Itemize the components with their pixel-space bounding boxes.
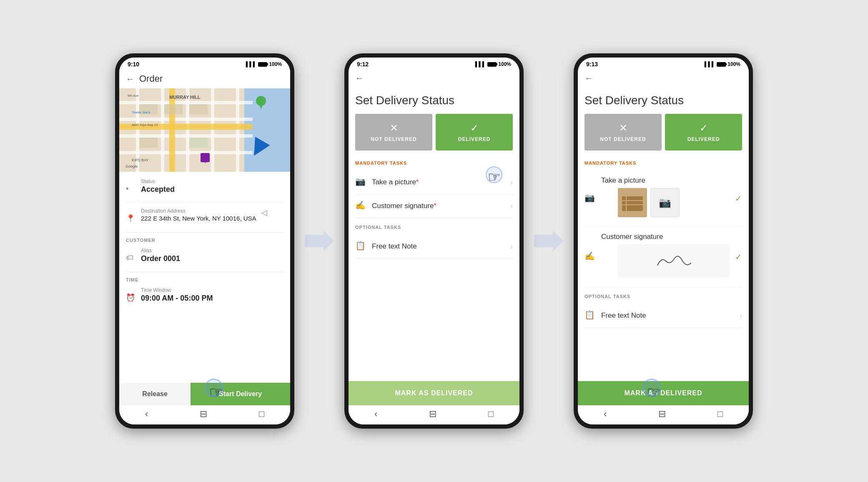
app-header-2: ← [349, 69, 519, 87]
page-title-1: Order [139, 73, 163, 84]
chevron-picture-2: › [510, 178, 513, 187]
release-button[interactable]: Release [119, 383, 191, 405]
phone-3-screen: 9:13 ▌▌▌ 100% ← Set Delivery Status [578, 58, 749, 424]
status-bar-3: 9:13 ▌▌▌ 100% [578, 58, 749, 69]
arrow-connector-2 [532, 228, 565, 254]
task-take-picture-2[interactable]: 📷 Take a picture* › ☞ [355, 171, 513, 194]
nav-bar-2: ‹ ⊟ □ [349, 405, 519, 424]
note-icon-3: 📋 [585, 310, 596, 321]
status-bar-1: 9:10 ▌▌▌ 100% [119, 58, 290, 69]
task-free-text-2[interactable]: 📋 Free text Note › [355, 235, 513, 259]
x-icon-3: ✕ [619, 122, 627, 134]
chevron-signature-2: › [510, 202, 513, 211]
photo-thumb-1 [618, 188, 647, 217]
time-section: TIME ⏰ Time Window 09:00 AM - 05:00 PM [126, 277, 283, 303]
svg-text:Trader Joe's: Trader Joe's [132, 110, 150, 114]
back-button-3[interactable]: ← [585, 73, 593, 83]
status-icons-2: ▌▌▌ 100% [475, 61, 511, 67]
task-free-text-3[interactable]: 📋 Free text Note › [585, 304, 742, 328]
svg-rect-16 [139, 138, 158, 148]
nav-bar-3: ‹ ⊟ □ [578, 405, 749, 424]
time-header: TIME [126, 277, 283, 282]
battery-pct-3: 100% [728, 61, 740, 67]
phone-1: 9:10 ▌▌▌ 100% ← Order [115, 53, 294, 429]
x-icon-2: ✕ [390, 122, 398, 134]
nav-home-1[interactable]: ⊟ [200, 409, 207, 419]
time-1: 9:10 [128, 61, 139, 68]
divider-3 [126, 272, 283, 272]
svg-marker-29 [534, 231, 563, 251]
nav-home-3[interactable]: ⊟ [658, 409, 666, 419]
app-header-3: ← [578, 69, 749, 87]
optional-header-2: OPTIONAL TASKS [355, 225, 513, 230]
svg-text:Google: Google [125, 164, 138, 168]
check-icon-3: ✓ [700, 122, 708, 134]
svg-rect-14 [164, 104, 183, 114]
mark-delivered-button-2[interactable]: MARK AS DELIVERED [349, 381, 519, 405]
customer-row: 🏷 Alias Order 0001 [126, 248, 283, 264]
back-button-1[interactable]: ← [126, 74, 134, 84]
camera-icon-3: 📷 [585, 193, 596, 204]
battery-icon-3 [717, 62, 726, 67]
nav-recents-1[interactable]: □ [259, 409, 264, 419]
svg-rect-8 [186, 88, 189, 172]
nav-back-2[interactable]: ‹ [374, 409, 377, 419]
task-signature-2[interactable]: ✍ Customer signature* › [355, 194, 513, 218]
back-button-2[interactable]: ← [355, 73, 364, 83]
required-star-2: * [434, 202, 437, 210]
status-buttons-3: ✕ NOT DELIVERED ✓ DELIVERED [585, 114, 742, 151]
check-icon-2: ✓ [470, 122, 479, 134]
nav-home-2[interactable]: ⊟ [429, 409, 437, 419]
svg-rect-15 [189, 104, 208, 114]
address-detail: Destination Address 222 E 34th St, New Y… [141, 208, 256, 222]
time-detail: Time Window 09:00 AM - 05:00 PM [141, 287, 213, 303]
map-area-1: MURRAY HILL KIPS BAY Trader Joe's AMC Ki… [119, 88, 290, 172]
nav-recents-2[interactable]: □ [488, 409, 494, 419]
customer-header: CUSTOMER [126, 238, 283, 243]
status-icons-3: ▌▌▌ 100% [705, 61, 740, 67]
svg-text:5th Ave: 5th Ave [128, 94, 139, 98]
nav-back-1[interactable]: ‹ [145, 409, 148, 419]
signature-detail-3: Customer signature [601, 233, 730, 281]
camera-icon-2: 📷 [355, 176, 367, 188]
svg-rect-17 [189, 138, 208, 148]
battery-icon-1 [258, 62, 267, 67]
signature-icon-2: ✍ [355, 200, 367, 212]
delivery-content-2: Set Delivery Status ✕ NOT DELIVERED ✓ DE… [349, 87, 519, 381]
task-take-picture-3[interactable]: 📷 Take a picture [585, 171, 742, 227]
svg-marker-28 [305, 231, 334, 251]
signal-icon-1: ▌▌▌ [246, 61, 257, 67]
not-delivered-button-3[interactable]: ✕ NOT DELIVERED [585, 114, 662, 151]
svg-text:MURRAY HILL: MURRAY HILL [169, 95, 201, 100]
time-value: 09:00 AM - 05:00 PM [141, 294, 213, 303]
svg-text:KIPS BAY: KIPS BAY [132, 158, 148, 162]
optional-header-3: OPTIONAL TASKS [585, 294, 742, 299]
phones-container: 9:10 ▌▌▌ 100% ← Order [0, 0, 868, 482]
not-delivered-button-2[interactable]: ✕ NOT DELIVERED [355, 114, 432, 151]
required-star-1: * [416, 178, 419, 186]
navigate-icon[interactable]: ◁ [261, 208, 267, 217]
status-icon: ▪ [126, 184, 136, 194]
status-buttons-2: ✕ NOT DELIVERED ✓ DELIVERED [355, 114, 513, 151]
status-label: Status [141, 178, 175, 184]
touch-ring-3 [642, 379, 661, 397]
signal-icon-2: ▌▌▌ [475, 61, 486, 67]
task-signature-3[interactable]: ✍ Customer signature ✓ [585, 227, 742, 287]
time-2: 9:12 [357, 61, 369, 68]
nav-back-3[interactable]: ‹ [604, 409, 607, 419]
svg-rect-10 [236, 88, 239, 172]
touch-cursor-1: ☞ [209, 383, 224, 402]
mandatory-header-2: MANDATORY TASKS [355, 161, 513, 166]
battery-pct-2: 100% [498, 61, 511, 67]
alias-label: Alias [141, 248, 180, 254]
nav-recents-3[interactable]: □ [717, 409, 723, 419]
alias-value: Order 0001 [141, 254, 180, 263]
photo-thumb-add-1[interactable]: 📷 [650, 188, 680, 217]
delivered-button-2[interactable]: ✓ DELIVERED [436, 114, 513, 151]
delivered-button-3[interactable]: ✓ DELIVERED [665, 114, 742, 151]
touch-indicator-2: ☞ [488, 168, 500, 185]
mark-delivered-button-3[interactable]: MARK AS DELIVERED [578, 381, 749, 405]
address-value: 222 E 34th St, New York, NY 10016, USA [141, 215, 256, 222]
signature-box-3 [618, 244, 730, 278]
address-row: 📍 Destination Address 222 E 34th St, New… [126, 208, 283, 224]
